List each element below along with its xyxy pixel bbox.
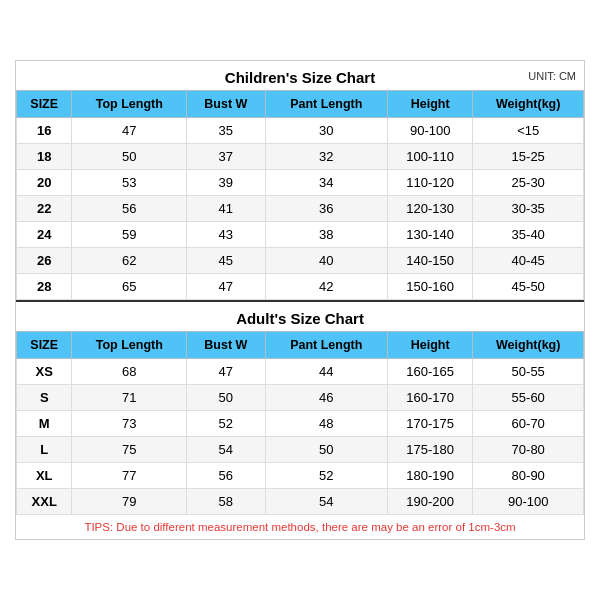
table-cell: 38	[265, 222, 387, 248]
adult-table: SIZE Top Length Bust W Pant Length Heigh…	[16, 331, 584, 515]
table-cell: 175-180	[387, 437, 472, 463]
table-cell: 130-140	[387, 222, 472, 248]
table-cell: 30	[265, 118, 387, 144]
table-cell: 18	[17, 144, 72, 170]
table-cell: 28	[17, 274, 72, 300]
table-cell: 30-35	[473, 196, 584, 222]
table-cell: 75	[72, 437, 187, 463]
table-cell: 47	[72, 118, 187, 144]
table-cell: 32	[265, 144, 387, 170]
table-row: 1647353090-100<15	[17, 118, 584, 144]
table-cell: 22	[17, 196, 72, 222]
table-row: M735248170-17560-70	[17, 411, 584, 437]
adult-header-top-length: Top Length	[72, 332, 187, 359]
table-cell: 150-160	[387, 274, 472, 300]
table-cell: 43	[187, 222, 265, 248]
table-cell: 52	[265, 463, 387, 489]
adult-header-height: Height	[387, 332, 472, 359]
table-cell: 34	[265, 170, 387, 196]
size-chart-container: Children's Size Chart UNIT: CM SIZE Top …	[15, 60, 585, 540]
table-cell: 40	[265, 248, 387, 274]
table-cell: 45-50	[473, 274, 584, 300]
table-cell: 50-55	[473, 359, 584, 385]
table-cell: 110-120	[387, 170, 472, 196]
table-cell: 140-150	[387, 248, 472, 274]
header-weight: Weight(kg)	[473, 91, 584, 118]
table-cell: 190-200	[387, 489, 472, 515]
tips-text: TIPS: Due to different measurement metho…	[16, 515, 584, 539]
table-cell: 65	[72, 274, 187, 300]
table-cell: XL	[17, 463, 72, 489]
table-cell: 53	[72, 170, 187, 196]
table-cell: 39	[187, 170, 265, 196]
children-section-title: Children's Size Chart UNIT: CM	[16, 61, 584, 90]
table-cell: 56	[72, 196, 187, 222]
table-row: 28654742150-16045-50	[17, 274, 584, 300]
table-cell: 79	[72, 489, 187, 515]
table-cell: 54	[265, 489, 387, 515]
table-cell: 16	[17, 118, 72, 144]
table-cell: 50	[72, 144, 187, 170]
adult-header-size: SIZE	[17, 332, 72, 359]
table-cell: 70-80	[473, 437, 584, 463]
table-row: 18503732100-11015-25	[17, 144, 584, 170]
adult-header-row: SIZE Top Length Bust W Pant Length Heigh…	[17, 332, 584, 359]
table-cell: 25-30	[473, 170, 584, 196]
table-row: 22564136120-13030-35	[17, 196, 584, 222]
children-header-row: SIZE Top Length Bust W Pant Length Heigh…	[17, 91, 584, 118]
unit-label: UNIT: CM	[528, 70, 576, 82]
table-cell: 47	[187, 274, 265, 300]
table-cell: 15-25	[473, 144, 584, 170]
table-cell: 35-40	[473, 222, 584, 248]
table-cell: 35	[187, 118, 265, 144]
table-cell: 24	[17, 222, 72, 248]
table-cell: 41	[187, 196, 265, 222]
table-cell: <15	[473, 118, 584, 144]
table-cell: 36	[265, 196, 387, 222]
table-cell: 50	[265, 437, 387, 463]
table-cell: 90-100	[387, 118, 472, 144]
table-cell: 55-60	[473, 385, 584, 411]
header-height: Height	[387, 91, 472, 118]
table-cell: 120-130	[387, 196, 472, 222]
adult-section-title: Adult's Size Chart	[16, 300, 584, 331]
table-cell: 180-190	[387, 463, 472, 489]
table-cell: M	[17, 411, 72, 437]
table-cell: 60-70	[473, 411, 584, 437]
table-cell: S	[17, 385, 72, 411]
table-row: XXL795854190-20090-100	[17, 489, 584, 515]
table-cell: 26	[17, 248, 72, 274]
adult-title-text: Adult's Size Chart	[236, 310, 364, 327]
table-row: XS684744160-16550-55	[17, 359, 584, 385]
table-cell: 48	[265, 411, 387, 437]
table-cell: 40-45	[473, 248, 584, 274]
table-cell: 59	[72, 222, 187, 248]
header-size: SIZE	[17, 91, 72, 118]
table-cell: 50	[187, 385, 265, 411]
table-cell: 54	[187, 437, 265, 463]
table-cell: 58	[187, 489, 265, 515]
table-cell: 170-175	[387, 411, 472, 437]
table-cell: 71	[72, 385, 187, 411]
table-row: XL775652180-19080-90	[17, 463, 584, 489]
table-cell: 44	[265, 359, 387, 385]
table-cell: 45	[187, 248, 265, 274]
table-cell: 90-100	[473, 489, 584, 515]
header-bust-w: Bust W	[187, 91, 265, 118]
table-cell: 160-165	[387, 359, 472, 385]
table-cell: 37	[187, 144, 265, 170]
header-pant-length: Pant Length	[265, 91, 387, 118]
adult-header-bust-w: Bust W	[187, 332, 265, 359]
table-cell: 80-90	[473, 463, 584, 489]
table-cell: 56	[187, 463, 265, 489]
children-table: SIZE Top Length Bust W Pant Length Heigh…	[16, 90, 584, 300]
table-cell: XS	[17, 359, 72, 385]
table-cell: 100-110	[387, 144, 472, 170]
table-cell: 62	[72, 248, 187, 274]
table-cell: 47	[187, 359, 265, 385]
table-row: 24594338130-14035-40	[17, 222, 584, 248]
table-cell: XXL	[17, 489, 72, 515]
table-cell: L	[17, 437, 72, 463]
table-row: 20533934110-12025-30	[17, 170, 584, 196]
table-cell: 160-170	[387, 385, 472, 411]
